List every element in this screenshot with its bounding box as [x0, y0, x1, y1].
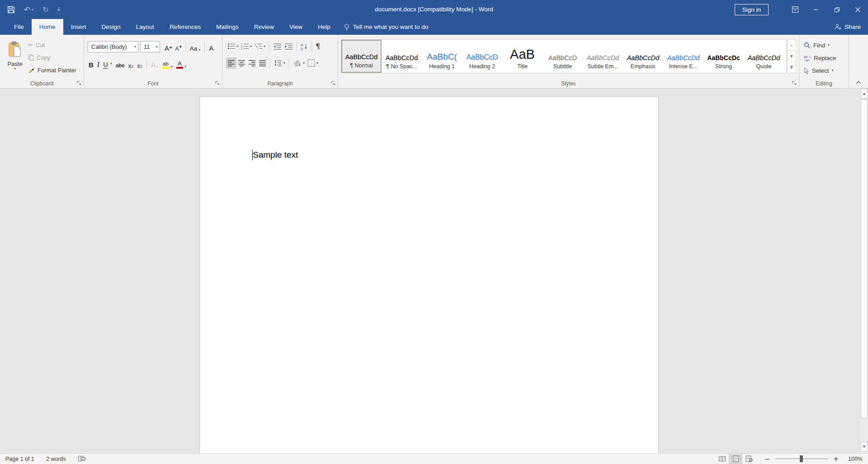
tab-design[interactable]: Design: [94, 19, 128, 35]
select-button[interactable]: Select ▾: [804, 66, 834, 75]
share-button[interactable]: Share: [834, 19, 861, 35]
style-subtle-emphasis[interactable]: AaBbCcDd Subtle Em...: [583, 40, 623, 73]
tab-home[interactable]: Home: [32, 19, 63, 35]
highlight-button[interactable]: ab▾: [160, 58, 175, 70]
style-heading-2[interactable]: AaBbCcD Heading 2: [462, 40, 502, 73]
vertical-scrollbar[interactable]: ▲ ▼: [860, 89, 868, 453]
increase-indent-button[interactable]: [283, 41, 294, 52]
underline-button[interactable]: U: [101, 58, 109, 70]
zoom-percentage[interactable]: 100%: [844, 456, 863, 462]
tab-view[interactable]: View: [282, 19, 310, 35]
styles-scroll-down-button[interactable]: ▼: [787, 51, 796, 62]
style-heading-1[interactable]: AaBbC( Heading 1: [422, 40, 462, 73]
restore-button[interactable]: [826, 0, 847, 19]
tab-layout[interactable]: Layout: [128, 19, 162, 35]
grow-font-button[interactable]: A▲: [163, 41, 173, 53]
find-button[interactable]: Find ▾: [804, 40, 830, 50]
word-count[interactable]: 2 words: [46, 456, 66, 462]
bullets-dropdown-icon[interactable]: ▾: [236, 45, 238, 48]
save-button[interactable]: [7, 6, 15, 14]
tell-me-box[interactable]: Tell me what you want to do: [338, 19, 434, 35]
close-button[interactable]: [847, 0, 868, 19]
redo-button[interactable]: ↻: [42, 5, 48, 14]
undo-button[interactable]: ↶ ▾: [24, 5, 33, 14]
style-strong[interactable]: AaBbCcDc Strong: [703, 40, 744, 73]
shading-dropdown-icon[interactable]: ▾: [303, 61, 305, 65]
scrollbar-thumb[interactable]: [861, 99, 868, 418]
print-layout-button[interactable]: [729, 454, 742, 464]
highlight-dropdown-icon[interactable]: ▾: [171, 65, 173, 69]
tab-review[interactable]: Review: [246, 19, 282, 35]
bullets-button[interactable]: ▾: [226, 41, 240, 52]
align-right-button[interactable]: [247, 57, 257, 69]
underline-dropdown-icon[interactable]: ▾: [110, 62, 112, 66]
shading-button[interactable]: ▾: [292, 57, 306, 69]
page-indicator[interactable]: Page 1 of 1: [5, 456, 34, 462]
sign-in-button[interactable]: Sign in: [735, 4, 769, 15]
clipboard-dialog-launcher[interactable]: [76, 80, 82, 86]
style-title[interactable]: AaB Title: [502, 40, 542, 73]
align-left-button[interactable]: [226, 57, 236, 69]
show-hide-pilcrow-button[interactable]: ¶: [314, 41, 321, 52]
paste-button[interactable]: Paste ▾: [4, 38, 26, 78]
document-text-line[interactable]: Sample text: [252, 150, 298, 160]
minimize-button[interactable]: [806, 0, 826, 19]
line-spacing-button[interactable]: ▾: [273, 57, 287, 69]
font-color-dropdown-icon[interactable]: ▾: [184, 65, 186, 69]
styles-gallery-more-button[interactable]: ▼: [787, 62, 796, 73]
scrollbar-down-button[interactable]: ▼: [861, 442, 868, 452]
style-intense-emphasis[interactable]: AaBbCcDd Intense E...: [663, 40, 703, 73]
font-size-select[interactable]: 11 ▾: [140, 41, 160, 52]
paragraph-dialog-launcher[interactable]: [330, 80, 336, 86]
tab-file[interactable]: File: [6, 19, 32, 35]
zoom-slider-handle[interactable]: [800, 455, 803, 462]
bold-button[interactable]: B: [87, 58, 95, 70]
document-page[interactable]: Sample text: [199, 97, 659, 453]
shrink-font-button[interactable]: A▼: [173, 41, 183, 53]
decrease-indent-button[interactable]: [272, 41, 283, 52]
style-emphasis[interactable]: AaBbCcDd Emphasis: [623, 40, 663, 73]
numbering-dropdown-icon[interactable]: ▾: [250, 45, 252, 48]
align-center-button[interactable]: [236, 57, 247, 69]
style-no-spacing[interactable]: AaBbCcDd ¶ No Spac...: [382, 40, 422, 73]
font-name-select[interactable]: Calibri (Body) ▾: [88, 41, 138, 52]
style-normal[interactable]: AaBbCcDd ¶ Normal: [341, 40, 382, 73]
collapse-ribbon-button[interactable]: [855, 80, 862, 84]
font-color-button[interactable]: A▾: [175, 58, 188, 70]
font-dialog-launcher[interactable]: [215, 80, 220, 86]
strikethrough-button[interactable]: abc: [114, 58, 127, 70]
superscript-button[interactable]: x2: [135, 58, 144, 70]
cut-button[interactable]: ✂ Cut: [28, 39, 45, 50]
read-mode-button[interactable]: [715, 454, 729, 464]
clear-formatting-button[interactable]: A: [207, 41, 215, 53]
zoom-out-button[interactable]: −: [764, 455, 770, 463]
scrollbar-up-button[interactable]: ▲: [861, 89, 868, 98]
sort-button[interactable]: AZ: [299, 41, 309, 52]
italic-button[interactable]: I: [95, 58, 101, 70]
subscript-button[interactable]: x2: [127, 58, 136, 70]
borders-button[interactable]: ▾: [306, 57, 320, 69]
style-subtitle[interactable]: AaBbCcD Subtitle: [542, 40, 583, 73]
zoom-in-button[interactable]: +: [833, 455, 839, 463]
web-layout-button[interactable]: [742, 454, 756, 464]
multilevel-list-button[interactable]: 1ai ▾: [253, 41, 267, 52]
text-effects-button[interactable]: A▾: [149, 58, 160, 70]
change-case-button[interactable]: Aa▾: [188, 41, 203, 53]
tab-mailings[interactable]: Mailings: [208, 19, 246, 35]
document-area[interactable]: Sample text: [0, 89, 868, 453]
format-painter-button[interactable]: Format Painter: [28, 65, 76, 75]
copy-button[interactable]: Copy: [28, 52, 50, 63]
zoom-slider-track[interactable]: [775, 459, 828, 459]
ribbon-display-options-button[interactable]: [785, 0, 806, 19]
tab-help[interactable]: Help: [310, 19, 338, 35]
tab-references[interactable]: References: [162, 19, 208, 35]
proofing-status-icon[interactable]: [78, 455, 85, 462]
justify-button[interactable]: [257, 57, 268, 69]
customize-qat-button[interactable]: ▾: [58, 8, 60, 12]
line-spacing-dropdown-icon[interactable]: ▾: [283, 61, 285, 65]
styles-scroll-up-button[interactable]: ▲: [787, 39, 796, 51]
multilevel-dropdown-icon[interactable]: ▾: [264, 45, 265, 48]
replace-button[interactable]: abac Replace: [804, 53, 836, 63]
styles-dialog-launcher[interactable]: [792, 80, 797, 86]
tab-insert[interactable]: Insert: [63, 19, 94, 35]
